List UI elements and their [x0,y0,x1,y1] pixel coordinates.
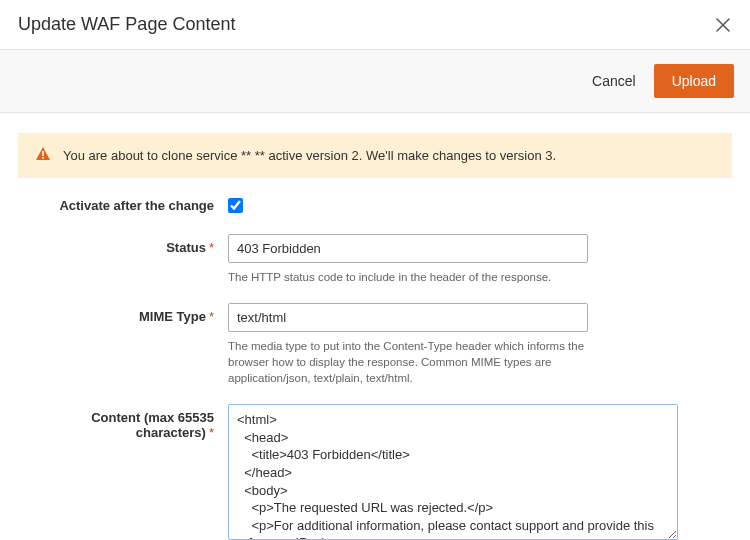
mime-label: MIME Type* [18,303,228,324]
cancel-button[interactable]: Cancel [592,73,636,89]
svg-rect-1 [42,157,44,159]
upload-button[interactable]: Upload [654,64,734,98]
content-textarea[interactable] [228,404,678,540]
mime-help: The media type to put into the Content-T… [228,338,588,386]
warning-banner: You are about to clone service ** ** act… [18,133,732,178]
row-mime: MIME Type* The media type to put into th… [18,303,732,386]
status-field: The HTTP status code to include in the h… [228,234,588,285]
modal-header: Update WAF Page Content [18,14,732,35]
svg-rect-0 [42,151,44,156]
status-input[interactable] [228,234,588,263]
content-label: Content (max 65535 characters)* [18,404,228,440]
modal-update-waf: Update WAF Page Content Cancel Upload Yo… [0,0,750,540]
row-activate: Activate after the change [18,192,732,216]
warning-text: You are about to clone service ** ** act… [63,148,556,163]
status-help: The HTTP status code to include in the h… [228,269,588,285]
status-label: Status* [18,234,228,255]
close-icon[interactable] [714,16,732,34]
warning-icon [35,146,51,165]
mime-input[interactable] [228,303,588,332]
mime-field: The media type to put into the Content-T… [228,303,588,386]
row-status: Status* The HTTP status code to include … [18,234,732,285]
content-field: The content to be served when delivering… [228,404,678,540]
modal-title: Update WAF Page Content [18,14,235,35]
row-content: Content (max 65535 characters)* The cont… [18,404,732,540]
activate-field [228,192,588,216]
action-bar: Cancel Upload [0,49,750,113]
activate-checkbox[interactable] [228,198,243,213]
activate-label: Activate after the change [18,192,228,213]
